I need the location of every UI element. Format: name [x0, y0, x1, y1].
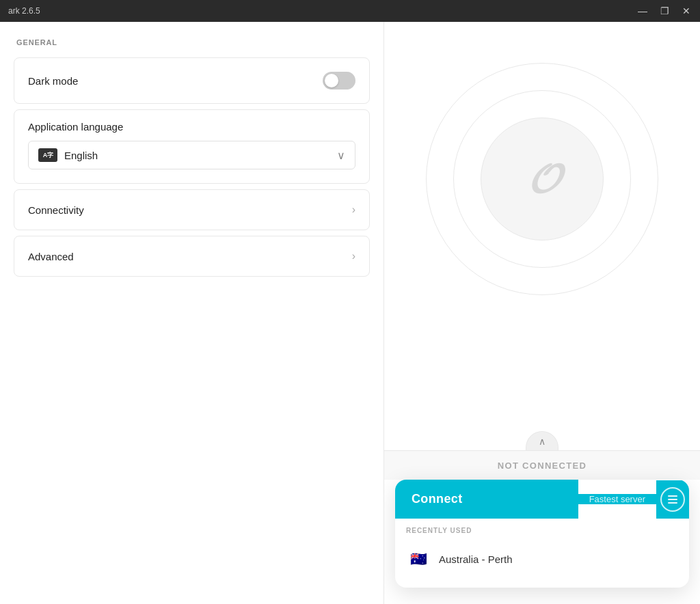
vpn-panel: 𝓞 ∧ NOT CONNECTED Connect Fastest server	[384, 22, 700, 604]
close-button[interactable]: ✕	[681, 5, 692, 16]
connection-status-text: NOT CONNECTED	[498, 461, 587, 471]
connectivity-chevron-icon: ›	[352, 204, 355, 216]
surfshark-logo: 𝓞	[528, 155, 557, 203]
connect-button[interactable]: Connect	[395, 480, 578, 519]
language-icon: A字	[38, 148, 57, 162]
recently-used-header: RECENTLY USED	[406, 527, 678, 534]
settings-panel: GENERAL Dark mode Application language A	[0, 22, 384, 604]
toggle-track	[323, 72, 355, 90]
general-section-header: GENERAL	[14, 38, 370, 46]
dark-mode-label: Dark mode	[28, 75, 78, 87]
circles-decoration: 𝓞	[426, 63, 658, 295]
language-select-dropdown[interactable]: A字 English ∨	[28, 141, 355, 169]
location-name: Australia - Perth	[439, 553, 513, 565]
advanced-chevron-icon: ›	[352, 250, 355, 262]
menu-line-3	[668, 502, 677, 504]
language-label: Application language	[28, 121, 355, 133]
recent-location-item[interactable]: 🇦🇺 Australia - Perth	[406, 541, 678, 577]
minimize-button[interactable]: —	[637, 5, 648, 16]
language-value: English	[64, 150, 98, 161]
australia-flag-icon: 🇦🇺	[406, 547, 431, 571]
main-container: GENERAL Dark mode Application language A	[0, 22, 700, 604]
connectivity-nav-item[interactable]: Connectivity ›	[14, 190, 369, 230]
fastest-server-label: Fastest server	[578, 494, 656, 504]
language-section: Application language A字 English ∨	[14, 110, 369, 183]
language-card: Application language A字 English ∨	[14, 109, 370, 184]
chevron-up-icon: ∧	[539, 436, 546, 447]
titlebar: ark 2.6.5 — ❐ ✕	[0, 0, 700, 22]
connect-card: Connect Fastest server RECENTLY USED	[395, 480, 689, 588]
toggle-thumb	[325, 74, 338, 87]
expand-panel-button[interactable]: ∧	[526, 431, 558, 450]
restore-button[interactable]: ❐	[659, 5, 670, 16]
advanced-label: Advanced	[28, 251, 74, 262]
connectivity-card[interactable]: Connectivity ›	[14, 189, 370, 230]
dark-mode-row: Dark mode	[14, 58, 369, 103]
not-connected-area: ∧ NOT CONNECTED Connect Fastest server	[384, 431, 700, 604]
connect-button-row: Connect Fastest server	[395, 480, 689, 519]
menu-circle-icon	[660, 487, 685, 512]
server-menu-button[interactable]	[656, 480, 689, 519]
advanced-card[interactable]: Advanced ›	[14, 236, 370, 277]
menu-line-2	[668, 499, 677, 500]
window-controls: — ❐ ✕	[637, 5, 692, 16]
recently-used-section: RECENTLY USED 🇦🇺 Australia - Perth	[395, 519, 689, 588]
connectivity-label: Connectivity	[28, 204, 84, 216]
advanced-nav-item[interactable]: Advanced ›	[14, 236, 369, 276]
dark-mode-card: Dark mode	[14, 57, 370, 104]
menu-line-1	[668, 495, 677, 497]
connection-status-bar: NOT CONNECTED	[384, 450, 700, 480]
language-chevron-icon: ∨	[337, 149, 345, 162]
app-title: ark 2.6.5	[8, 6, 40, 16]
surfshark-s-icon: 𝓞	[528, 155, 557, 203]
dark-mode-toggle[interactable]	[323, 72, 355, 90]
language-select-left: A字 English	[38, 148, 98, 162]
